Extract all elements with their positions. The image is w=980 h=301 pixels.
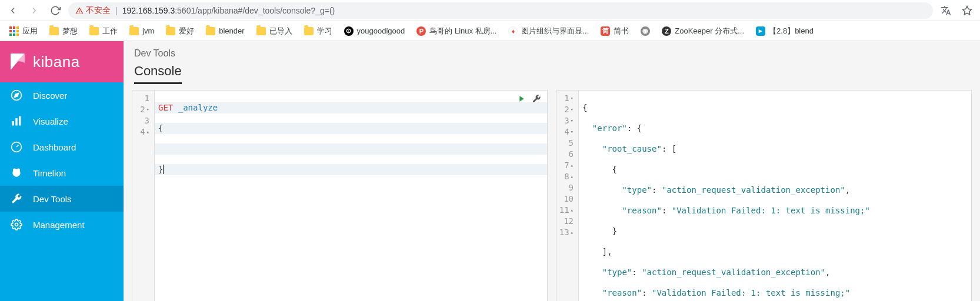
url-text: 192.168.159.3:5601/app/kibana#/dev_tools… bbox=[122, 6, 335, 15]
kibana-logo-icon bbox=[8, 52, 27, 71]
wrench-icon bbox=[11, 193, 22, 205]
bookmark-folder[interactable]: 已导入 bbox=[252, 24, 297, 39]
bookmark-label: 工作 bbox=[102, 26, 118, 36]
favicon: 简 bbox=[601, 26, 610, 36]
bookmark-label: 爱好 bbox=[179, 26, 194, 36]
tab-console[interactable]: Console bbox=[134, 63, 182, 84]
tabs: Console bbox=[124, 63, 980, 84]
globe-icon: ◉ bbox=[641, 26, 650, 36]
svg-point-8 bbox=[17, 169, 20, 172]
folder-icon bbox=[129, 27, 139, 35]
bookmark-folder[interactable]: jvm bbox=[125, 24, 159, 38]
bookmark-label: 已导入 bbox=[269, 26, 292, 36]
bookmark-star-icon[interactable] bbox=[959, 2, 975, 19]
bookmark-link[interactable]: ZZooKeeper 分布式... bbox=[657, 24, 749, 39]
bookmark-link[interactable]: ⊙yougoodigood bbox=[339, 24, 410, 38]
favicon: P bbox=[416, 26, 426, 36]
browser-toolbar: 不安全 | 192.168.159.3:5601/app/kibana#/dev… bbox=[0, 0, 980, 21]
bookmarks-bar: 应用 梦想 工作 jvm 爱好 blender 已导入 学习 ⊙yougoodi… bbox=[0, 21, 980, 41]
translate-icon[interactable] bbox=[938, 2, 954, 19]
kibana-app: kibana Discover Visualize Dashboard Time… bbox=[0, 41, 980, 301]
insecure-warning: 不安全 bbox=[75, 5, 111, 16]
svg-point-9 bbox=[15, 223, 18, 226]
sidebar-item-devtools[interactable]: Dev Tools bbox=[0, 186, 124, 212]
content-area: Dev Tools Console 1 2▾ 3 4▴ GET _analyze… bbox=[124, 41, 980, 301]
bookmark-label: 鸟哥的 Linux 私房... bbox=[429, 26, 496, 36]
bookmark-folder[interactable]: 爱好 bbox=[161, 24, 199, 39]
bookmark-label: 学习 bbox=[317, 26, 332, 36]
folder-icon bbox=[206, 27, 215, 35]
url-bar[interactable]: 不安全 | 192.168.159.3:5601/app/kibana#/dev… bbox=[68, 2, 933, 19]
bookmark-folder[interactable]: 梦想 bbox=[45, 24, 82, 39]
editor-actions bbox=[516, 94, 541, 103]
bookmark-label: yougoodigood bbox=[357, 26, 405, 35]
favicon: ▸ bbox=[756, 26, 765, 36]
svg-rect-2 bbox=[12, 121, 14, 126]
apps-grid-icon bbox=[9, 26, 19, 36]
folder-icon bbox=[166, 27, 175, 35]
sidebar-item-visualize[interactable]: Visualize bbox=[0, 108, 124, 134]
favicon: ♦ bbox=[508, 26, 518, 36]
sidebar-item-dashboard[interactable]: Dashboard bbox=[0, 134, 124, 160]
line-gutter: 1▾ 2▾ 3▾ 4▾ 5 6 7▴ 8▴ 9 10 11▴ 12 13▴ bbox=[556, 91, 579, 301]
sidebar-item-label: Timelion bbox=[33, 168, 66, 178]
compass-icon bbox=[11, 89, 22, 101]
wrench-icon[interactable] bbox=[532, 94, 541, 103]
bookmark-folder[interactable]: blender bbox=[201, 24, 249, 38]
svg-rect-3 bbox=[15, 118, 17, 126]
bookmark-link[interactable]: P鸟哥的 Linux 私房... bbox=[412, 24, 501, 39]
apps-label: 应用 bbox=[22, 26, 38, 36]
bookmark-label: ZooKeeper 分布式... bbox=[675, 26, 744, 36]
favicon: Z bbox=[662, 26, 671, 36]
bookmark-label: blender bbox=[219, 26, 244, 35]
folder-icon bbox=[49, 27, 59, 35]
bar-chart-icon bbox=[11, 115, 22, 127]
bookmark-label: jvm bbox=[142, 26, 154, 35]
timelion-icon bbox=[11, 167, 22, 179]
sidebar-item-label: Discover bbox=[33, 91, 67, 101]
folder-icon bbox=[304, 27, 314, 35]
request-editor[interactable]: 1 2▾ 3 4▴ GET _analyze { } bbox=[132, 90, 548, 301]
play-icon[interactable] bbox=[516, 94, 526, 103]
bookmark-link[interactable]: 简简书 bbox=[596, 24, 634, 39]
insecure-label: 不安全 bbox=[86, 5, 111, 16]
nav-forward-button[interactable] bbox=[26, 2, 42, 19]
bookmark-folder[interactable]: 工作 bbox=[85, 24, 122, 39]
bookmark-label: 图片组织与界面显... bbox=[521, 26, 589, 36]
sidebar-item-label: Management bbox=[33, 220, 85, 230]
request-code[interactable]: GET _analyze { } bbox=[155, 91, 547, 301]
folder-icon bbox=[89, 27, 99, 35]
svg-marker-1 bbox=[14, 93, 18, 97]
sidebar-item-discover[interactable]: Discover bbox=[0, 82, 124, 108]
bookmark-label: 简书 bbox=[614, 26, 629, 36]
response-viewer[interactable]: 1▾ 2▾ 3▾ 4▾ 5 6 7▴ 8▴ 9 10 11▴ 12 13▴ { … bbox=[556, 90, 972, 301]
gauge-icon bbox=[11, 141, 22, 153]
github-icon: ⊙ bbox=[344, 26, 354, 36]
bookmark-link[interactable]: ◉ bbox=[636, 24, 655, 38]
brand-text: kibana bbox=[33, 53, 80, 71]
bookmark-label: 梦想 bbox=[62, 26, 78, 36]
apps-button[interactable]: 应用 bbox=[5, 24, 42, 39]
sidebar-item-timelion[interactable]: Timelion bbox=[0, 160, 124, 186]
nav-back-button[interactable] bbox=[5, 2, 21, 19]
svg-rect-4 bbox=[19, 116, 21, 126]
response-code: { "error": { "root_cause": [ { "type": "… bbox=[579, 91, 971, 301]
folder-icon bbox=[256, 27, 266, 35]
bookmark-link[interactable]: ♦图片组织与界面显... bbox=[504, 24, 594, 39]
line-gutter: 1 2▾ 3 4▴ bbox=[132, 91, 155, 301]
sidebar-item-label: Dev Tools bbox=[33, 194, 72, 204]
sidebar: kibana Discover Visualize Dashboard Time… bbox=[0, 41, 124, 301]
bookmark-label: 【2.8】blend bbox=[769, 26, 814, 36]
sidebar-item-management[interactable]: Management bbox=[0, 212, 124, 238]
sidebar-item-label: Visualize bbox=[33, 116, 68, 126]
sidebar-item-label: Dashboard bbox=[33, 142, 76, 152]
breadcrumb: Dev Tools bbox=[124, 41, 980, 63]
logo[interactable]: kibana bbox=[0, 41, 124, 82]
bookmark-link[interactable]: ▸【2.8】blend bbox=[751, 24, 818, 39]
bookmark-folder[interactable]: 学习 bbox=[299, 24, 337, 39]
svg-point-7 bbox=[13, 169, 16, 172]
gear-icon bbox=[11, 219, 22, 230]
nav-reload-button[interactable] bbox=[47, 2, 64, 19]
